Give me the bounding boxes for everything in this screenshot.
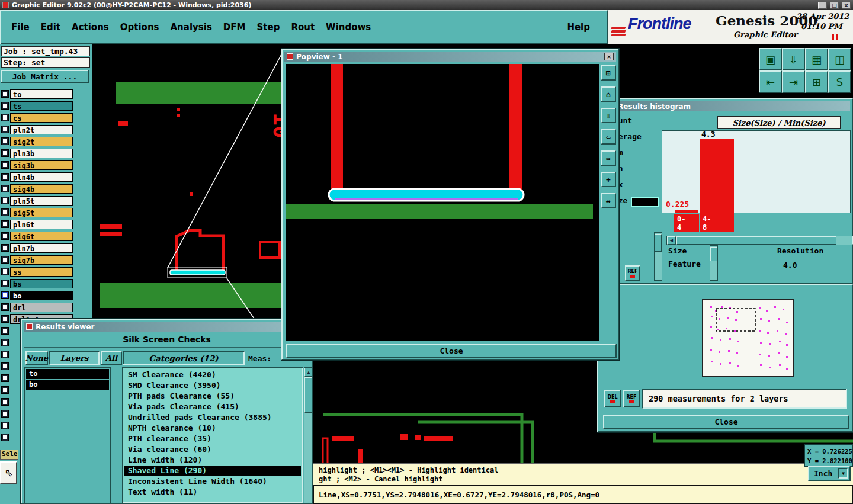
- layer-checkbox[interactable]: [1, 434, 9, 441]
- popview-titlebar[interactable]: Popview - 1 ×: [284, 52, 616, 62]
- menu-file[interactable]: File: [11, 22, 30, 33]
- menu-edit[interactable]: Edit: [41, 22, 60, 33]
- categories-list[interactable]: SM Clearance (4420) SMD Clearance (3950)…: [122, 367, 303, 503]
- menu-rout[interactable]: Rout: [291, 22, 315, 33]
- popview-canvas[interactable]: [286, 64, 599, 341]
- layer-chip-sig4b[interactable]: sig4b: [10, 184, 73, 194]
- toolbar-icon-4[interactable]: ◫: [828, 48, 851, 70]
- toolbar-icon-8[interactable]: S: [828, 70, 851, 93]
- layer-checkbox[interactable]: [1, 220, 9, 228]
- histogram-titlebar[interactable]: Results histogram: [606, 101, 850, 111]
- layer-checkbox[interactable]: [1, 351, 9, 358]
- toolbar-icon-2[interactable]: ⇩: [782, 48, 805, 70]
- toolbar-icon-6[interactable]: ⇥: [782, 70, 805, 93]
- category-row[interactable]: NPTH clearance (10): [124, 423, 301, 434]
- toolbar-icon-1[interactable]: ▣: [759, 48, 782, 70]
- layer-checkbox[interactable]: [1, 244, 9, 252]
- center-crosshair-icon[interactable]: +: [601, 172, 616, 187]
- layer-checkbox[interactable]: [1, 386, 9, 394]
- layer-checkbox[interactable]: [1, 114, 9, 121]
- category-row[interactable]: PTH clearance (35): [124, 434, 301, 444]
- result-layer-to[interactable]: to: [26, 369, 109, 379]
- layer-chip-pln7b[interactable]: pln7b: [10, 243, 73, 253]
- layer-checkbox[interactable]: [1, 410, 9, 418]
- layer-checkbox[interactable]: [1, 126, 9, 133]
- pan-down-icon[interactable]: ⇩: [601, 108, 616, 123]
- toolbar-icon-7[interactable]: ⊞: [805, 70, 828, 93]
- units-dropdown[interactable]: Inch ▼: [808, 466, 851, 481]
- popview-close-button[interactable]: Close: [286, 344, 617, 358]
- layer-checkbox[interactable]: [1, 398, 9, 406]
- pan-right-icon[interactable]: ⇨: [601, 150, 616, 166]
- layer-chip-pln4b[interactable]: pln4b: [10, 172, 73, 182]
- window-titlebar[interactable]: Graphic Editor 9.02c2 (00@HY-P2CAM-PC12 …: [0, 0, 853, 10]
- layer-chip-bo[interactable]: bo: [10, 291, 73, 300]
- category-row[interactable]: Inconsistent Line Width (1640): [124, 476, 301, 487]
- menu-help[interactable]: Help: [567, 22, 590, 33]
- layer-chip-sig3b[interactable]: sig3b: [10, 160, 73, 170]
- layer-checkbox[interactable]: [1, 185, 9, 192]
- menu-dfm[interactable]: DFM: [223, 22, 246, 33]
- layer-checkbox[interactable]: [1, 303, 9, 311]
- popview-close-icon[interactable]: ×: [604, 53, 614, 60]
- measurements-close-button[interactable]: Close: [603, 415, 849, 429]
- scroll-up-icon[interactable]: ▲: [304, 368, 313, 377]
- category-row[interactable]: PTH pads Clearance (55): [124, 391, 301, 402]
- layer-checkbox[interactable]: [1, 374, 9, 382]
- chevron-down-icon[interactable]: ▼: [838, 468, 848, 479]
- layer-checkbox[interactable]: [1, 208, 9, 216]
- histogram-ref-button[interactable]: REF: [625, 265, 640, 281]
- delete-measurement-button[interactable]: DEL: [604, 390, 621, 407]
- category-row[interactable]: SM Clearance (4420): [124, 370, 301, 380]
- layer-checkbox[interactable]: [1, 327, 9, 335]
- layer-checkbox[interactable]: [1, 232, 9, 240]
- layer-checkbox[interactable]: [1, 161, 9, 169]
- pan-left-icon[interactable]: ⇦: [601, 129, 616, 145]
- layer-chip-pln5t[interactable]: pln5t: [10, 196, 73, 206]
- histogram-h-scrollbar[interactable]: ◀ ▶: [666, 236, 853, 245]
- layer-chip-ts[interactable]: ts: [10, 101, 73, 111]
- histogram-v-scrollbar-left[interactable]: [654, 232, 662, 281]
- category-row[interactable]: Text width (11): [124, 487, 301, 497]
- layer-chip-drl[interactable]: drl: [10, 303, 73, 312]
- results-layer-list[interactable]: to bo: [24, 367, 111, 503]
- scroll-left-icon[interactable]: ◀: [667, 236, 676, 245]
- close-button[interactable]: ×: [842, 2, 851, 9]
- layer-chip-to[interactable]: to: [10, 89, 73, 99]
- toolbar-icon-3[interactable]: ▦: [805, 48, 828, 70]
- menu-actions[interactable]: Actions: [72, 22, 109, 33]
- layer-checkbox[interactable]: [1, 422, 9, 429]
- histogram-v-scrollbar[interactable]: [710, 245, 718, 281]
- menu-step[interactable]: Step: [256, 22, 280, 33]
- layer-chip-pln2t[interactable]: pln2t: [10, 125, 73, 134]
- maximize-button[interactable]: □: [830, 2, 839, 9]
- layer-chip-sig6t[interactable]: sig6t: [10, 232, 73, 241]
- layer-checkbox[interactable]: [1, 268, 9, 275]
- list-item-feature[interactable]: Feature: [668, 259, 701, 268]
- results-viewer-titlebar[interactable]: Results viewer: [24, 322, 310, 332]
- layer-chip-sig7b[interactable]: sig7b: [10, 255, 73, 265]
- category-row[interactable]: Undrilled pads Clearance (3885): [124, 412, 301, 423]
- histogram-chart[interactable]: 4.3 0.225: [662, 130, 851, 213]
- layer-checkbox[interactable]: [1, 339, 9, 346]
- measurement-map-thumbnail[interactable]: [702, 299, 794, 377]
- result-layer-bo[interactable]: bo: [26, 380, 109, 390]
- layer-checkbox[interactable]: [1, 137, 9, 145]
- categories-scrollbar[interactable]: ▲: [304, 367, 313, 503]
- category-row[interactable]: Line width (120): [124, 455, 301, 466]
- stat-value-box[interactable]: [631, 197, 659, 207]
- filter-all-button[interactable]: All: [101, 351, 122, 365]
- layer-checkbox[interactable]: [1, 173, 9, 181]
- minimize-button[interactable]: _: [818, 2, 827, 9]
- layer-checkbox[interactable]: [1, 280, 9, 287]
- menu-analysis[interactable]: Analysis: [171, 22, 212, 33]
- layer-chip-pln3b[interactable]: pln3b: [10, 149, 73, 158]
- layer-chip-sig2t[interactable]: sig2t: [10, 137, 73, 146]
- layer-checkbox[interactable]: [1, 362, 9, 370]
- category-row[interactable]: SMD Clearance (3950): [124, 380, 301, 391]
- category-row-selected[interactable]: Shaved Line (290): [124, 466, 301, 476]
- layer-chip-bs[interactable]: bs: [10, 279, 73, 288]
- layer-checkbox[interactable]: [1, 256, 9, 264]
- ref-measurement-button[interactable]: REF: [623, 390, 640, 407]
- pointer-tool-button[interactable]: ⇖: [0, 461, 17, 484]
